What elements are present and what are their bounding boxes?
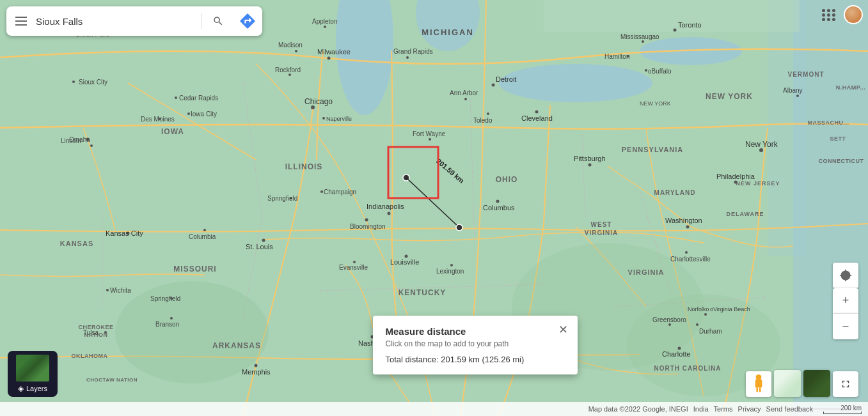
privacy-link[interactable]: Privacy <box>738 405 761 413</box>
svg-text:CONNECTICUT: CONNECTICUT <box>819 158 864 164</box>
svg-text:MICHIGAN: MICHIGAN <box>422 27 474 37</box>
user-avatar[interactable] <box>844 5 863 24</box>
svg-text:Memphis: Memphis <box>242 368 271 376</box>
apps-button[interactable] <box>819 5 839 24</box>
svg-point-47 <box>72 81 75 83</box>
svg-text:Pittsburgh: Pittsburgh <box>574 155 606 162</box>
popup-title: Measure distance <box>386 326 565 337</box>
zoom-out-button[interactable]: − <box>833 314 858 339</box>
svg-point-2 <box>499 64 652 102</box>
svg-text:Appleton: Appleton <box>312 18 337 25</box>
svg-point-107 <box>588 164 592 167</box>
svg-text:N.HAMP...: N.HAMP... <box>836 84 865 91</box>
svg-point-77 <box>262 239 265 242</box>
apps-grid-icon <box>822 9 836 21</box>
popup-close-button[interactable]: ✕ <box>556 322 571 337</box>
svg-point-61 <box>187 112 190 115</box>
svg-text:Mississaugao: Mississaugao <box>620 33 659 40</box>
svg-point-55 <box>104 331 107 334</box>
svg-point-57 <box>175 96 177 99</box>
svg-point-67 <box>322 117 325 119</box>
svg-point-105 <box>496 200 500 203</box>
svg-text:New York: New York <box>745 140 778 149</box>
svg-text:SETT: SETT <box>830 135 846 142</box>
svg-text:Hamilton: Hamilton <box>604 53 629 60</box>
india-link[interactable]: India <box>693 405 709 413</box>
svg-text:Iowa City: Iowa City <box>191 111 217 118</box>
svg-text:Rockford: Rockford <box>275 66 301 73</box>
svg-point-115 <box>696 323 698 326</box>
svg-point-117 <box>686 226 690 229</box>
svg-text:Wichita: Wichita <box>110 287 131 294</box>
location-button[interactable] <box>833 263 858 288</box>
directions-icon <box>239 12 256 30</box>
svg-text:OHIO: OHIO <box>496 175 518 184</box>
divider <box>201 13 202 29</box>
svg-text:Milwaukee: Milwaukee <box>317 48 351 56</box>
search-input[interactable] <box>36 16 200 27</box>
svg-text:Cleveland: Cleveland <box>521 114 553 122</box>
svg-text:oVirginia Beach: oVirginia Beach <box>710 306 750 312</box>
svg-text:Springfield: Springfield <box>267 195 297 202</box>
svg-text:Grand Rapids: Grand Rapids <box>393 48 433 55</box>
layers-diamond-icon: ◈ <box>18 384 24 393</box>
svg-text:Naperville: Naperville <box>326 116 352 122</box>
popup-subtitle: Click on the map to add to your path <box>386 339 565 348</box>
svg-text:Norfolko: Norfolko <box>688 306 709 312</box>
svg-point-131 <box>645 69 647 72</box>
svg-text:Tulsa: Tulsa <box>83 329 99 336</box>
zoom-in-label: + <box>842 294 849 307</box>
svg-text:Indianapolis: Indianapolis <box>367 203 404 210</box>
svg-point-91 <box>450 264 453 266</box>
scale-line <box>823 412 862 414</box>
svg-text:ARKANSAS: ARKANSAS <box>212 341 261 350</box>
menu-button[interactable] <box>6 6 36 36</box>
svg-point-113 <box>668 323 671 326</box>
svg-text:St. Louis: St. Louis <box>246 243 273 250</box>
svg-point-71 <box>320 190 323 193</box>
map-data-credit: Map data ©2022 Google, INEGI <box>588 405 688 413</box>
svg-text:NEW YORK: NEW YORK <box>706 92 753 101</box>
svg-text:WEST: WEST <box>591 221 612 228</box>
search-button[interactable] <box>203 6 233 36</box>
layers-button[interactable]: ◈ Layers <box>8 351 58 397</box>
satellite-view-button[interactable] <box>803 370 830 397</box>
zoom-in-button[interactable]: + <box>833 288 858 314</box>
svg-rect-18 <box>544 0 800 32</box>
svg-text:Springfield: Springfield <box>150 295 180 302</box>
terms-link[interactable]: Terms <box>714 405 733 413</box>
svg-text:Lexington: Lexington <box>436 268 464 275</box>
directions-button[interactable] <box>233 6 262 36</box>
svg-text:oBuffalo: oBuffalo <box>648 68 672 75</box>
svg-point-103 <box>535 111 539 114</box>
svg-point-149 <box>456 224 462 231</box>
svg-point-79 <box>203 229 206 231</box>
send-feedback-link[interactable]: Send feedback <box>766 405 813 413</box>
zoom-controls: + − <box>833 288 858 339</box>
svg-text:Greensboro: Greensboro <box>652 316 686 323</box>
svg-point-83 <box>170 317 173 320</box>
svg-text:Toronto: Toronto <box>678 21 702 29</box>
scale-bar: 200 km <box>823 404 862 414</box>
svg-text:Detroit: Detroit <box>496 75 516 83</box>
svg-text:VERMONT: VERMONT <box>788 71 825 78</box>
svg-point-141 <box>704 313 707 316</box>
svg-point-123 <box>796 95 799 97</box>
svg-text:Branson: Branson <box>155 321 179 328</box>
svg-point-97 <box>464 98 467 100</box>
map-view-button[interactable] <box>774 370 801 397</box>
svg-text:MISSOURI: MISSOURI <box>173 265 216 273</box>
svg-text:Des Moines: Des Moines <box>141 116 175 123</box>
svg-text:Louisville: Louisville <box>390 258 419 266</box>
svg-text:MASSACHU...: MASSACHU... <box>807 119 849 126</box>
svg-text:KANSAS: KANSAS <box>60 240 93 247</box>
street-view-pegman-button[interactable] <box>746 371 771 397</box>
svg-text:CHOCTAW NATION: CHOCTAW NATION <box>86 377 138 383</box>
svg-point-95 <box>429 138 431 141</box>
svg-text:NEW JERSEY: NEW JERSEY <box>736 180 780 187</box>
svg-text:Toledo: Toledo <box>473 117 493 124</box>
svg-point-135 <box>295 50 297 52</box>
svg-text:PENNSYLVANIA: PENNSYLVANIA <box>622 146 684 153</box>
expand-button[interactable] <box>833 371 858 397</box>
svg-text:Evansville: Evansville <box>339 264 368 271</box>
